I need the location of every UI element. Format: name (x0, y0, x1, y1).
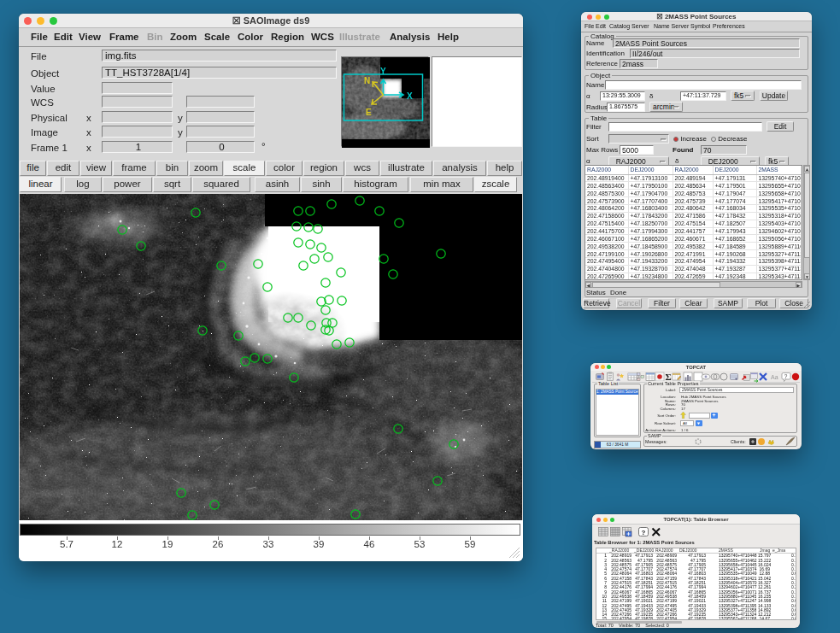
svg-text:Aa: Aa (771, 374, 778, 380)
svg-text:X: X (407, 91, 413, 101)
svg-text:N: N (364, 76, 370, 85)
svg-text:Y: Y (380, 67, 386, 76)
svg-text:?: ? (784, 373, 788, 379)
svg-text:?: ? (642, 529, 646, 536)
svg-text:E: E (366, 108, 372, 117)
